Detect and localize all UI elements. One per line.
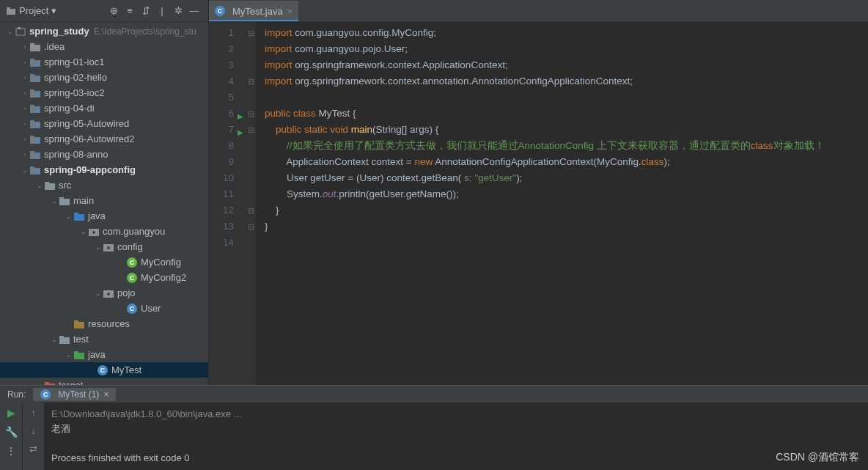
svg-rect-23 (36, 139, 39, 142)
svg-rect-32 (59, 199, 70, 205)
tree-item[interactable]: ›spring-01-ioc1 (0, 54, 208, 70)
svg-rect-4 (30, 45, 40, 51)
tree-item[interactable]: ⌄config (0, 239, 208, 254)
locate-icon[interactable]: ⊕ (107, 4, 120, 18)
svg-rect-0 (7, 9, 15, 15)
tree-item[interactable]: ⌄spring-09-appconfig (0, 162, 208, 177)
svg-rect-7 (30, 59, 34, 61)
tree-item[interactable]: ⌄src (0, 177, 208, 193)
settings-icon[interactable]: ✲ (172, 4, 185, 18)
up-icon[interactable]: ↑ (31, 407, 36, 418)
src-icon (73, 210, 85, 222)
tree-item[interactable]: ⌄java (0, 208, 208, 224)
run-output[interactable]: E:\Download\java\jdk1.8.0_60\bin\java.ex… (44, 403, 868, 470)
project-tree[interactable]: ⌄ spring_study E:\IdeaProjects\spring_st… (0, 22, 208, 385)
folder-icon (59, 195, 70, 207)
run-gutter-icon[interactable]: ▶ (238, 109, 243, 125)
res-icon (73, 318, 85, 330)
close-icon[interactable]: × (287, 6, 293, 17)
run-panel: Run: C MyTest (1) × ▶ 🔧 ⋮ ↑ ↓ ⇄ E:\Downl… (0, 385, 868, 470)
svg-rect-35 (74, 213, 78, 215)
down-icon[interactable]: ↓ (31, 425, 36, 436)
tree-item[interactable]: ›target (0, 378, 208, 385)
minimize-icon[interactable]: — (188, 4, 201, 18)
mod-icon (29, 87, 41, 99)
file-tab[interactable]: C MyTest.java × (209, 1, 298, 21)
tree-item[interactable]: ›spring-08-anno (0, 147, 208, 162)
svg-rect-46 (74, 353, 84, 359)
svg-rect-44 (59, 337, 70, 344)
svg-rect-34 (74, 214, 84, 221)
svg-rect-2 (16, 29, 25, 35)
expand-icon[interactable]: ≡ (123, 4, 136, 18)
svg-rect-19 (30, 120, 34, 122)
svg-rect-11 (36, 78, 39, 81)
tree-item[interactable]: CMyTest (0, 362, 208, 378)
divider: | (155, 4, 169, 18)
wrench-icon[interactable]: 🔧 (5, 426, 18, 438)
folder-icon (44, 180, 56, 191)
svg-rect-33 (59, 197, 64, 199)
tree-root[interactable]: ⌄ spring_study E:\IdeaProjects\spring_st… (0, 23, 208, 39)
tree-item[interactable]: ⌄com.guangyou (0, 224, 208, 239)
run-toolbar: ▶ 🔧 ⋮ (0, 403, 22, 470)
code-editor[interactable]: 123456▶7▶891011121314 ⊟⊟⊟⊟⊟⊟ import com.… (209, 22, 868, 385)
project-sidebar: Project ▾ ⊕ ≡ ⇵ | ✲ — ⌄ spring_study E:\… (0, 0, 209, 385)
svg-rect-45 (59, 336, 64, 338)
rerun-icon[interactable]: ▶ (7, 407, 15, 419)
mod-icon (29, 72, 41, 84)
svg-rect-49 (45, 382, 49, 384)
tree-item[interactable]: CMyConfig (0, 254, 208, 270)
tree-item[interactable]: ›spring-06-Autowired2 (0, 131, 208, 147)
svg-rect-42 (74, 322, 84, 328)
run-header: Run: C MyTest (1) × (0, 386, 868, 403)
svg-rect-17 (36, 109, 39, 111)
module-icon (15, 26, 26, 37)
tree-item[interactable]: ›spring-03-ioc2 (0, 85, 208, 100)
java-icon: C (215, 6, 225, 16)
project-selector[interactable]: Project ▾ (6, 5, 56, 16)
folder-icon (6, 6, 16, 16)
pkg-icon (88, 226, 100, 238)
target-icon (44, 380, 56, 386)
svg-rect-14 (36, 93, 39, 96)
svg-point-41 (107, 293, 110, 295)
tree-item[interactable]: CMyConfig2 (0, 270, 208, 285)
folder-icon (59, 334, 70, 345)
tree-item[interactable]: CUser (0, 301, 208, 316)
more-icon[interactable]: ⋮ (6, 445, 16, 457)
tree-item[interactable]: resources (0, 316, 208, 331)
test-icon (73, 349, 85, 361)
svg-rect-28 (30, 166, 34, 169)
tree-item[interactable]: ⌄main (0, 193, 208, 208)
svg-rect-20 (36, 124, 39, 127)
filter-icon[interactable]: ⇄ (29, 444, 37, 455)
tree-item[interactable]: ›spring-05-Autowired (0, 116, 208, 131)
pkg-icon (103, 287, 114, 299)
svg-rect-1 (7, 7, 10, 10)
svg-rect-13 (30, 89, 34, 92)
collapse-icon[interactable]: ⇵ (139, 4, 152, 18)
run-label: Run: (7, 389, 26, 400)
svg-rect-5 (30, 43, 34, 45)
close-icon[interactable]: × (103, 389, 108, 400)
tree-item[interactable]: ⌄java (0, 347, 208, 362)
tree-item[interactable]: ⌄test (0, 331, 208, 347)
java-icon: C (97, 364, 108, 376)
svg-rect-25 (30, 151, 34, 153)
tree-item[interactable]: ⌄pojo (0, 285, 208, 301)
sidebar-header: Project ▾ ⊕ ≡ ⇵ | ✲ — (0, 0, 208, 22)
run-gutter-icon[interactable]: ▶ (238, 125, 243, 141)
tree-item[interactable]: ›spring-02-hello (0, 70, 208, 85)
mod-icon (29, 133, 41, 145)
run-tab[interactable]: C MyTest (1) × (33, 388, 116, 401)
svg-rect-8 (36, 62, 39, 65)
svg-rect-16 (30, 105, 34, 107)
svg-point-39 (107, 246, 110, 249)
tree-item[interactable]: ›.idea (0, 39, 208, 54)
svg-rect-30 (45, 183, 55, 190)
java-icon: C (40, 389, 51, 400)
mod-icon (29, 164, 41, 176)
java-icon: C (126, 303, 138, 315)
tree-item[interactable]: ›spring-04-di (0, 100, 208, 116)
